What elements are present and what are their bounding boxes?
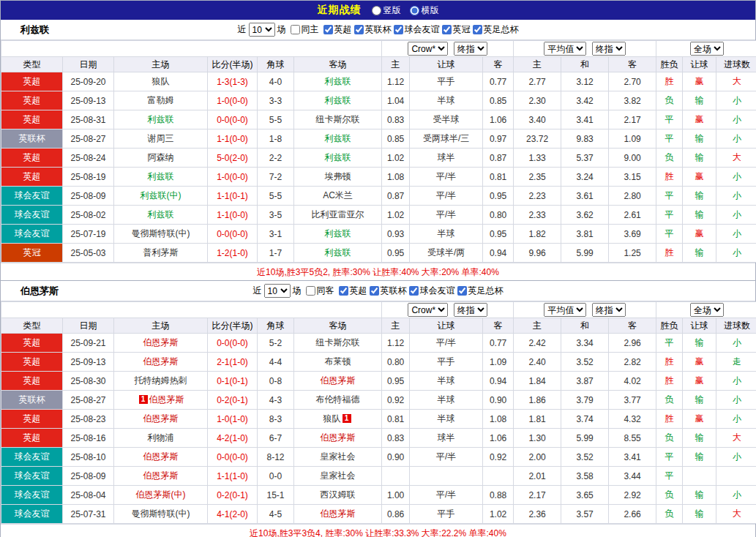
league-filter-checkbox-input[interactable] — [473, 25, 482, 34]
league-filter-checkbox-input[interactable] — [323, 25, 333, 34]
away-team-name[interactable]: 埃弗顿 — [325, 171, 351, 181]
away-team-name[interactable]: 利兹联 — [325, 133, 351, 143]
away-team-name[interactable]: 皇家社会 — [321, 470, 356, 481]
league-filter-checkbox-input[interactable] — [339, 286, 348, 296]
average-select[interactable]: 平均值 — [544, 303, 586, 317]
league-filter-checkbox-input[interactable] — [394, 25, 403, 34]
away-team-name[interactable]: 伯恩茅斯 — [321, 375, 356, 386]
score-link[interactable]: 1-1(0-0) — [217, 134, 248, 144]
score-link[interactable]: 0-2(0-1) — [217, 490, 248, 500]
league-filter-checkbox[interactable]: 英足总杯 — [457, 285, 504, 297]
score-link[interactable]: 0-0(0-0) — [217, 115, 248, 125]
home-team-name[interactable]: 伯恩茅斯 — [143, 413, 179, 424]
away-team-name[interactable]: 纽卡斯尔联 — [316, 337, 360, 348]
away-team-name[interactable]: 纽卡斯尔联 — [316, 114, 360, 124]
home-team-name[interactable]: 伯恩茅斯(中) — [136, 489, 186, 500]
same-venue-checkbox[interactable]: 同客 — [306, 285, 334, 297]
games-count-select[interactable]: 10 — [264, 284, 291, 298]
scope-select[interactable]: 全场 — [690, 303, 724, 317]
home-team-name[interactable]: 富勒姆 — [148, 95, 174, 105]
home-team-name[interactable]: 托特纳姆热刺 — [135, 375, 187, 386]
league-filter-checkbox[interactable]: 球会友谊 — [409, 285, 455, 297]
away-team-name[interactable]: 狼队 — [323, 413, 341, 424]
same-venue-checkbox-input[interactable] — [306, 286, 315, 296]
score-link[interactable]: 0-0(0-0) — [217, 452, 248, 462]
odds-company-select[interactable]: Crow* — [408, 303, 448, 317]
score-link[interactable]: 1-1(1-0) — [217, 471, 248, 481]
view-mode-radio[interactable] — [410, 6, 419, 15]
home-team-name[interactable]: 曼彻斯特联(中) — [132, 228, 190, 239]
score-link[interactable]: 1-0(1-0) — [217, 414, 248, 424]
score-link[interactable]: 0-0(0-0) — [217, 229, 248, 239]
score-link[interactable]: 0-1(0-1) — [217, 376, 248, 386]
league-filter-checkbox-input[interactable] — [457, 286, 467, 296]
home-team-name[interactable]: 利兹联 — [148, 114, 174, 124]
home-team-name[interactable]: 伯恩茅斯 — [143, 356, 179, 367]
score-link[interactable]: 0-2(0-1) — [217, 395, 248, 405]
score-link[interactable]: 4-2(1-0) — [217, 433, 248, 443]
away-team-name[interactable]: 西汉姆联 — [321, 489, 356, 500]
score-link[interactable]: 5-0(2-0) — [217, 153, 248, 163]
home-team-name[interactable]: 普利茅斯 — [143, 247, 179, 258]
score-link[interactable]: 1-1(0-0) — [217, 210, 248, 220]
league-filter-checkbox[interactable]: 英足总杯 — [473, 23, 519, 36]
average-select[interactable]: 平均值 — [544, 42, 586, 56]
same-venue-checkbox[interactable]: 同主 — [291, 23, 319, 36]
games-count-select[interactable]: 10 — [249, 23, 275, 37]
home-team-name[interactable]: 伯恩茅斯 — [143, 470, 179, 481]
away-team-name[interactable]: AC米兰 — [323, 190, 353, 200]
home-team-name[interactable]: 利兹联 — [148, 209, 174, 219]
odds-time-select[interactable]: 终指 — [454, 42, 487, 56]
scope-select[interactable]: 全场 — [690, 42, 724, 56]
score-link[interactable]: 1-2(1-0) — [217, 248, 248, 258]
home-team-name[interactable]: 谢周三 — [148, 133, 174, 143]
score-link[interactable]: 0-0(0-0) — [217, 338, 248, 348]
odds-time-select[interactable]: 终指 — [454, 303, 487, 317]
average-time-select[interactable]: 终指 — [592, 42, 626, 56]
home-team-name[interactable]: 伯恩茅斯 — [149, 394, 184, 405]
home-team-name[interactable]: 阿森纳 — [148, 152, 174, 162]
league-filter-checkbox[interactable]: 英超 — [323, 23, 352, 36]
home-team-name[interactable]: 伯恩茅斯 — [143, 337, 179, 348]
league-filter-checkbox[interactable]: 英冠 — [442, 23, 471, 36]
score-link[interactable]: 1-3(1-3) — [217, 77, 248, 87]
league-filter-checkbox[interactable]: 英超 — [339, 285, 367, 297]
away-team-name[interactable]: 布伦特福德 — [316, 394, 360, 405]
league-filter-checkbox-input[interactable] — [409, 286, 419, 296]
view-mode-radio[interactable] — [372, 6, 381, 15]
away-team-name[interactable]: 比利亚雷亚尔 — [312, 209, 364, 219]
away-team-name[interactable]: 利兹联 — [325, 247, 351, 258]
score-link[interactable]: 1-0(0-0) — [217, 172, 248, 182]
odds-company-select[interactable]: Crow* — [408, 42, 448, 56]
league-filter-checkbox[interactable]: 英联杯 — [370, 285, 407, 297]
away-team-name[interactable]: 利兹联 — [325, 228, 351, 239]
league-filter-checkbox-input[interactable] — [442, 25, 452, 34]
score-link[interactable]: 2-1(1-0) — [217, 357, 248, 367]
league-filter-checkbox-input[interactable] — [354, 25, 364, 34]
same-venue-checkbox-input[interactable] — [291, 25, 300, 34]
away-team-name[interactable]: 利兹联 — [325, 76, 351, 86]
away-team-name[interactable]: 利兹联 — [325, 95, 351, 105]
away-team-name[interactable]: 伯恩茅斯 — [321, 432, 356, 443]
home-team-name[interactable]: 伯恩茅斯 — [143, 451, 179, 462]
league-filter-checkbox[interactable]: 英联杯 — [354, 23, 392, 36]
home-team-name[interactable]: 利物浦 — [148, 432, 174, 443]
home-team-name[interactable]: 利兹联 — [148, 171, 174, 181]
average-time-select[interactable]: 终指 — [592, 303, 626, 317]
league-filter-checkbox-input[interactable] — [370, 286, 379, 296]
score-link[interactable]: 4-1(2-0) — [217, 509, 248, 519]
match-row: 英超25-09-13富勒姆1-0(0-0)3-3利兹联1.04半球0.852.3… — [1, 91, 756, 110]
away-team-name[interactable]: 伯恩茅斯 — [321, 508, 356, 519]
away-team-name[interactable]: 布莱顿 — [325, 356, 351, 367]
away-team-name[interactable]: 皇家社会 — [321, 451, 356, 462]
away-team-name[interactable]: 利兹联 — [325, 152, 351, 162]
home-team-name[interactable]: 曼彻斯特联(中) — [132, 508, 190, 519]
home-team-name[interactable]: 利兹联(中) — [141, 190, 181, 200]
home-team-name[interactable]: 狼队 — [152, 76, 170, 86]
cell-avg-away: 4.32 — [609, 410, 656, 429]
league-filter-checkbox[interactable]: 球会友谊 — [394, 23, 440, 36]
score-link[interactable]: 1-0(0-0) — [217, 96, 248, 106]
view-mode-option[interactable]: 竖版 — [372, 4, 401, 17]
score-link[interactable]: 1-1(0-1) — [217, 191, 248, 201]
view-mode-option[interactable]: 横版 — [410, 4, 439, 17]
